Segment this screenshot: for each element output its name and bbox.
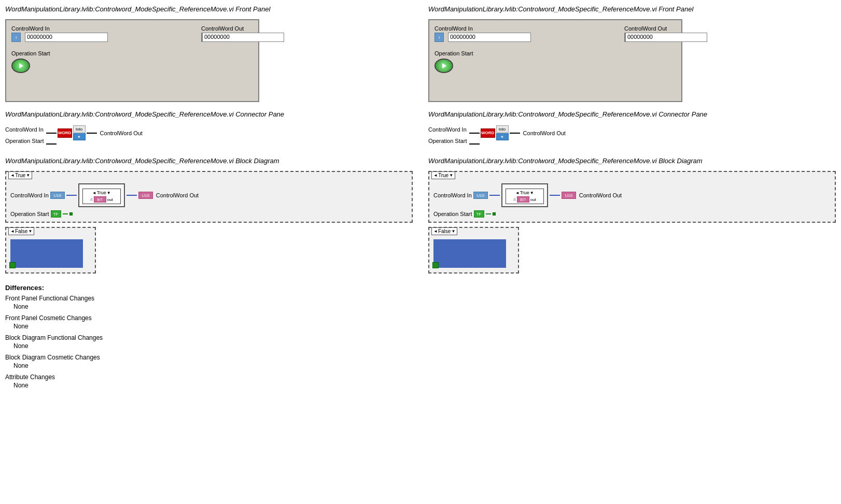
bd-cosmetic-value: None xyxy=(13,362,836,369)
right-false-terminal xyxy=(432,262,439,268)
right-cw-in-row: I 00000000 xyxy=(434,33,531,42)
right-conn-left-labels: ControlWord In Operation Start xyxy=(428,126,467,144)
left-inner-case-box: ◄ True ▼ 4 BIT out xyxy=(82,189,121,204)
fp-functional-label: Front Panel Functional Changes xyxy=(5,295,836,302)
left-front-panel-title: WordManipulationLibrary.lvlib:Controlwor… xyxy=(5,5,413,13)
left-conn-cw-in: ControlWord In xyxy=(5,126,44,133)
left-cw-in-icon: I xyxy=(11,33,21,42)
left-true-selector: ◄ True ▼ xyxy=(8,171,32,179)
left-bd-cw-in-label: ControlWord In xyxy=(10,192,49,198)
left-bd-cw-out-label: ControlWord Out xyxy=(156,192,199,198)
right-run-button[interactable] xyxy=(434,59,453,73)
left-false-inner-bg xyxy=(10,239,83,268)
left-false-selector: ◄ False ▼ xyxy=(8,227,34,235)
left-bd-wire-green xyxy=(63,213,68,214)
left-bd-wire-h2 xyxy=(127,195,137,196)
left-inner-num-row: 4 BIT out xyxy=(90,196,113,203)
right-bd-wire-green xyxy=(486,213,491,214)
right-conn-wire3 xyxy=(469,143,480,145)
left-bd-tf-terminal: TF xyxy=(51,210,61,218)
right-bd-wire-h2 xyxy=(550,195,560,196)
left-connector-pane: ControlWord In Operation Start WORD toto… xyxy=(5,125,413,145)
right-conn-op-start: Operation Start xyxy=(428,138,467,144)
left-conn-wire3 xyxy=(46,143,57,145)
left-cw-in-row: I 00000000 xyxy=(11,33,108,42)
right-bd-u16-out: U16 xyxy=(562,192,576,199)
left-cw-out-textbox[interactable]: 00000000 xyxy=(201,33,284,42)
left-false-arrow-right: ▼ xyxy=(28,229,32,234)
right-bd-tf-terminal: TF xyxy=(474,210,484,218)
right-conn-cw-out: ControlWord Out xyxy=(523,130,566,136)
left-inner-out-text: out xyxy=(107,197,113,202)
right-conn-terminal-red: WORD xyxy=(481,128,495,138)
left-block-diagram-title: WordManipulationLibrary.lvlib:Controlwor… xyxy=(5,157,413,165)
right-false-selector: ◄ False ▼ xyxy=(431,227,457,235)
right-inner-arrow-right: ▼ xyxy=(530,191,534,195)
attr-changes-label: Attribute Changes xyxy=(5,373,836,381)
left-arrow-left: ◄ xyxy=(10,173,15,178)
left-true-case-header: ◄ True ▼ xyxy=(8,171,32,179)
left-false-case: ◄ False ▼ xyxy=(5,227,96,273)
right-block-diagram: ◄ True ▼ ControlWord In U16 xyxy=(428,171,836,273)
left-front-panel: ControlWord In I 00000000 ControlWord Ou… xyxy=(5,19,259,102)
left-false-terminal xyxy=(9,262,16,268)
right-true-label: True xyxy=(438,172,448,178)
left-inner-case-header: ◄ True ▼ xyxy=(92,190,111,195)
right-true-case: ◄ True ▼ ControlWord In U16 xyxy=(428,171,836,223)
right-conn-icon-group: toto ✦ xyxy=(496,125,509,140)
right-inner-arrow-left: ◄ xyxy=(515,191,520,195)
left-inner-arrow-left: ◄ xyxy=(92,191,96,195)
right-true-bd-content: ControlWord In U16 ◄ True ▼ xyxy=(433,183,831,218)
right-run-button-icon xyxy=(442,63,446,68)
right-op-start-label: Operation Start xyxy=(434,50,676,56)
right-inner-case-header: ◄ True ▼ xyxy=(515,190,534,195)
left-inner-bit-terminal: BIT xyxy=(94,196,106,203)
left-bd-wire-h1 xyxy=(66,195,77,196)
bd-functional-label: Block Diagram Functional Changes xyxy=(5,334,836,341)
right-cw-out-label: ControlWord Out xyxy=(624,25,707,32)
right-false-arrow-left: ◄ xyxy=(433,229,438,234)
right-bd-tunnel xyxy=(493,212,496,215)
left-bd-tunnel xyxy=(69,212,73,215)
left-cw-in-textbox[interactable]: 00000000 xyxy=(25,33,108,42)
left-false-label: False xyxy=(15,228,27,234)
right-inner-true-text: True xyxy=(520,190,529,195)
right-inner-case-box: ◄ True ▼ 4 BIT out xyxy=(506,189,544,204)
left-false-case-header: ◄ False ▼ xyxy=(8,227,34,235)
fp-functional-value: None xyxy=(13,303,836,310)
left-conn-cw-out: ControlWord Out xyxy=(100,130,143,136)
left-true-bd-content: ControlWord In U16 ◄ True ▼ xyxy=(10,183,408,218)
left-conn-left-labels: ControlWord In Operation Start xyxy=(5,126,44,144)
left-conn-wire1 xyxy=(46,133,57,134)
right-cw-in-textbox[interactable]: 00000000 xyxy=(448,33,531,42)
right-block-diagram-title: WordManipulationLibrary.lvlib:Controlwor… xyxy=(428,157,836,165)
left-block-diagram: ◄ True ▼ ControlWord In U16 xyxy=(5,171,413,273)
left-bd-op-label: Operation Start xyxy=(10,211,49,217)
right-inner-num: 4 xyxy=(513,197,516,202)
right-true-selector: ◄ True ▼ xyxy=(431,171,455,179)
left-true-label: True xyxy=(15,172,25,178)
fp-cosmetic-label: Front Panel Cosmetic Changes xyxy=(5,314,836,322)
left-cw-in-label: ControlWord In xyxy=(11,25,108,32)
right-front-panel-title: WordManipulationLibrary.lvlib:Controlwor… xyxy=(428,5,836,13)
left-false-arrow-left: ◄ xyxy=(10,229,15,234)
right-conn-icon-bottom: ✦ xyxy=(496,133,509,140)
fp-cosmetic-value: None xyxy=(13,323,836,330)
left-run-button[interactable] xyxy=(11,59,30,73)
right-bd-cw-out-label: ControlWord Out xyxy=(579,192,622,198)
right-cw-out-textbox[interactable]: 00000000 xyxy=(624,33,707,42)
left-connector-pane-title: WordManipulationLibrary.lvlib:Controlwor… xyxy=(5,110,413,118)
right-bd-wire-h1 xyxy=(489,195,500,196)
right-bd-case-node: ◄ True ▼ 4 BIT out xyxy=(501,183,548,207)
right-connector-pane-title: WordManipulationLibrary.lvlib:Controlwor… xyxy=(428,110,836,118)
right-connector-pane: ControlWord In Operation Start WORD toto… xyxy=(428,125,836,145)
attr-changes-value: None xyxy=(13,382,836,389)
right-bd-u16-in: U16 xyxy=(473,192,488,199)
left-cw-out-label: ControlWord Out xyxy=(201,25,284,32)
left-conn-icon-bottom: ✦ xyxy=(73,133,86,140)
left-arrow-right: ▼ xyxy=(26,173,30,178)
right-conn-wire2 xyxy=(510,133,520,134)
right-cw-in-icon: I xyxy=(434,33,444,42)
left-run-button-icon xyxy=(19,63,23,68)
right-false-inner-bg xyxy=(433,239,506,268)
